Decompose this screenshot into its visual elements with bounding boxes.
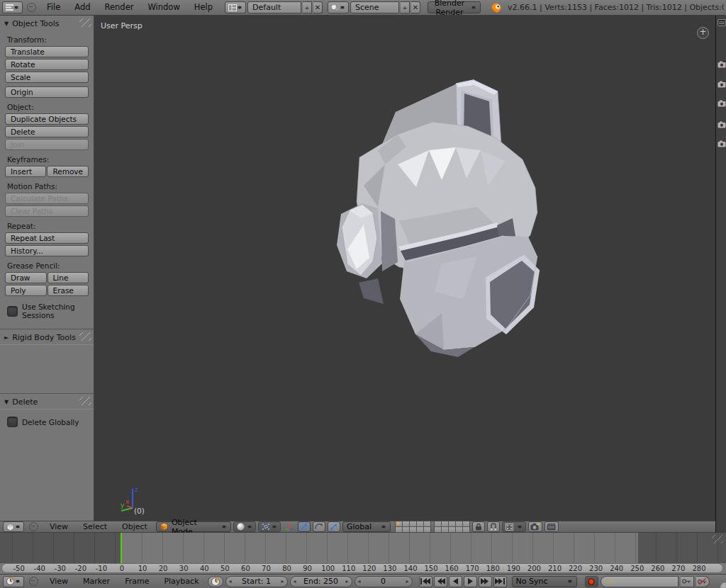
- render-opengl-still-button[interactable]: [528, 521, 542, 532]
- menu-render[interactable]: Render: [99, 0, 140, 15]
- delete-layout-button[interactable]: ✕: [313, 1, 323, 13]
- menu-view[interactable]: View: [43, 521, 74, 533]
- play-button[interactable]: [464, 576, 477, 587]
- helmet-model[interactable]: [335, 79, 569, 377]
- layer-cell[interactable]: [424, 521, 430, 526]
- layer-cell[interactable]: [449, 527, 455, 532]
- scene-name-field[interactable]: Scene: [350, 1, 398, 13]
- rotate-manipulator-button[interactable]: [313, 521, 325, 532]
- layer-cell[interactable]: [435, 527, 441, 532]
- layer-group-1[interactable]: [395, 521, 431, 533]
- editor-type-selector[interactable]: [3, 576, 24, 587]
- panel-header-object-tools[interactable]: ▼ Object Tools: [0, 16, 94, 30]
- insert-keyframes-keyingset-button[interactable]: [681, 576, 694, 587]
- screen-layout-name-field[interactable]: Default: [247, 1, 301, 13]
- menu-file[interactable]: File: [40, 0, 67, 15]
- current-frame-playhead[interactable]: [121, 533, 122, 563]
- add-scene-button[interactable]: ＋: [401, 1, 410, 13]
- timeline-region[interactable]: -50-40-30-20-100102030405060708090100110…: [0, 533, 726, 574]
- editor-type-selector[interactable]: [3, 521, 24, 532]
- collapse-menus-icon[interactable]: [29, 577, 38, 586]
- menu-window[interactable]: Window: [141, 0, 186, 15]
- layer-cell[interactable]: [435, 521, 441, 526]
- region-corner-grip[interactable]: [712, 535, 723, 543]
- viewport-3d[interactable]: User Persp: [94, 16, 715, 521]
- screen-layout-browse-button[interactable]: [225, 1, 246, 13]
- rotate-button[interactable]: Rotate: [5, 59, 89, 70]
- grease-line-button[interactable]: Line: [48, 272, 89, 283]
- jump-to-start-button[interactable]: [419, 576, 432, 587]
- jump-to-end-button[interactable]: [493, 576, 507, 587]
- panel-header-delete[interactable]: ▼ Delete: [0, 393, 94, 409]
- panel-header-rigid-body-tools[interactable]: ► Rigid Body Tools: [0, 329, 94, 345]
- jump-prev-keyframe-button[interactable]: [434, 576, 447, 587]
- translate-manipulator-button[interactable]: [298, 521, 311, 532]
- mode-select[interactable]: Object Mode: [156, 521, 231, 532]
- restrict-render-camera-icon[interactable]: [717, 100, 726, 107]
- translate-button[interactable]: Translate: [5, 46, 89, 57]
- collapse-menus-icon[interactable]: [27, 3, 36, 12]
- editor-type-selector[interactable]: [2, 1, 23, 13]
- menu-help[interactable]: Help: [188, 0, 219, 15]
- join-button[interactable]: Join: [5, 139, 89, 150]
- grease-poly-button[interactable]: Poly: [5, 285, 47, 296]
- expand-properties-region-button[interactable]: +: [697, 27, 709, 39]
- history-button[interactable]: History...: [5, 245, 89, 256]
- layer-cell[interactable]: [424, 527, 430, 532]
- layer-cell[interactable]: [456, 527, 462, 532]
- menu-playback[interactable]: Playback: [157, 575, 205, 588]
- repeat-last-button[interactable]: Repeat Last: [5, 232, 89, 244]
- layer-cell[interactable]: [403, 527, 409, 532]
- delete-globally-checkbox[interactable]: [7, 417, 18, 427]
- pivot-point-select[interactable]: [258, 521, 281, 532]
- scene-browse-button[interactable]: [328, 1, 349, 13]
- render-opengl-anim-button[interactable]: [544, 521, 559, 532]
- viewport-shading-select[interactable]: [233, 521, 256, 532]
- insert-keyframe-button[interactable]: Insert: [5, 166, 46, 177]
- render-engine-select[interactable]: Blender Render: [428, 1, 481, 13]
- current-frame-stepper[interactable]: ◂ 0 ▸: [354, 576, 413, 587]
- use-preview-range-button[interactable]: [208, 576, 223, 587]
- layer-cell[interactable]: [442, 527, 448, 532]
- delete-scene-button[interactable]: ✕: [411, 1, 420, 13]
- grease-erase-button[interactable]: Erase: [48, 285, 89, 296]
- menu-object[interactable]: Object: [116, 521, 154, 533]
- manipulator-toggle-button[interactable]: [283, 521, 296, 532]
- snap-toggle-button[interactable]: [487, 521, 500, 532]
- panel-drag-grip[interactable]: [79, 397, 91, 405]
- restrict-render-camera-icon[interactable]: [717, 81, 726, 88]
- end-frame-stepper[interactable]: ◂ End: 250 ▸: [290, 576, 352, 587]
- grease-draw-button[interactable]: Draw: [5, 272, 47, 283]
- snap-element-select[interactable]: [502, 521, 526, 532]
- collapse-menus-icon[interactable]: [29, 522, 38, 531]
- layer-cell-active[interactable]: [396, 521, 402, 526]
- window-resize-grip[interactable]: [720, 582, 726, 588]
- delete-button[interactable]: Delete: [5, 126, 89, 137]
- layer-cell[interactable]: [403, 521, 409, 526]
- scale-manipulator-button[interactable]: [328, 521, 340, 532]
- scale-button[interactable]: Scale: [5, 72, 89, 83]
- timeline-ruler[interactable]: -50-40-30-20-100102030405060708090100110…: [1, 563, 723, 573]
- menu-select[interactable]: Select: [77, 521, 113, 533]
- panel-drag-grip[interactable]: [79, 18, 91, 27]
- layer-cell[interactable]: [463, 527, 469, 532]
- start-frame-stepper[interactable]: ◂ Start: 1 ▸: [225, 576, 288, 587]
- stepper-right-arrow-icon[interactable]: ▸: [406, 578, 409, 584]
- auto-keyframe-record-button[interactable]: [585, 576, 598, 587]
- calculate-paths-button[interactable]: Calculate Paths: [5, 193, 89, 204]
- use-sketching-sessions-checkbox[interactable]: [7, 306, 18, 317]
- origin-button[interactable]: Origin: [5, 86, 89, 98]
- lock-to-scene-button[interactable]: [472, 521, 485, 532]
- layer-cell[interactable]: [417, 527, 423, 532]
- stepper-right-arrow-icon[interactable]: ▸: [281, 578, 284, 584]
- restrict-render-camera-icon[interactable]: [717, 140, 726, 147]
- active-keying-set-field[interactable]: [601, 576, 678, 587]
- restrict-render-camera-icon[interactable]: [717, 121, 726, 128]
- layers-widget[interactable]: [395, 521, 470, 533]
- delete-keyframes-keyingset-button[interactable]: [696, 576, 710, 587]
- transform-orientation-select[interactable]: Global: [342, 521, 391, 532]
- menu-frame[interactable]: Frame: [118, 575, 155, 588]
- layer-cell[interactable]: [417, 521, 423, 526]
- layer-cell[interactable]: [396, 527, 402, 532]
- duplicate-objects-button[interactable]: Duplicate Objects: [5, 113, 89, 125]
